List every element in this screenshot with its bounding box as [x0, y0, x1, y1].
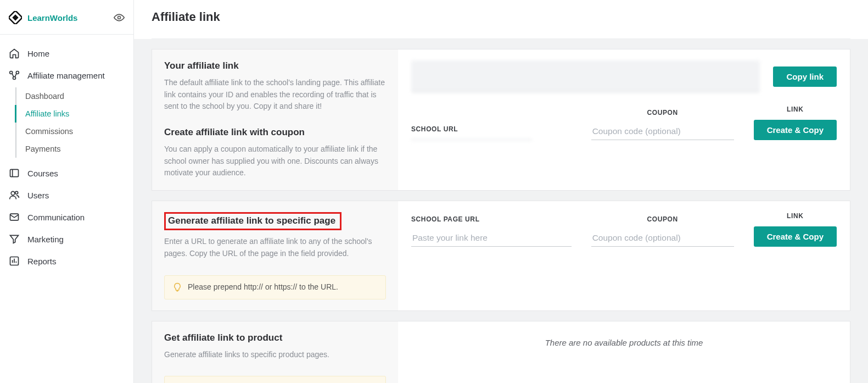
no-products-message: There are no available products at this … [411, 332, 837, 353]
label-coupon: COUPON [591, 109, 734, 116]
nav-label: Reports [27, 257, 57, 266]
card-your-affiliate-link: Your affiliate link The default affiliat… [152, 49, 850, 191]
sidebar-header: LearnWorlds [0, 0, 133, 35]
chart-icon [9, 256, 20, 267]
label-link: LINK [787, 212, 803, 220]
funnel-icon [9, 234, 20, 245]
label-school-url: SCHOOL URL [411, 125, 572, 133]
section-title: Your affiliate link [164, 60, 386, 71]
subnav-affiliate-links[interactable]: Affiliate links [15, 105, 133, 123]
highlighted-title-box: Generate affiliate link to specific page [164, 212, 341, 230]
brand-name: LearnWorlds [27, 13, 77, 23]
nav-courses[interactable]: Courses [0, 162, 133, 184]
tip-box: Please prepend http:// or https:// to th… [164, 275, 386, 299]
nav-reports[interactable]: Reports [0, 250, 133, 272]
nav-home[interactable]: Home [0, 42, 133, 64]
svg-point-2 [118, 16, 121, 19]
main-content: Affiliate link Your affiliate link The d… [134, 0, 868, 383]
logo-icon [9, 11, 22, 24]
card-product-link: Get affiliate link to product Generate a… [152, 321, 850, 384]
create-copy-button-2[interactable]: Create & Copy [754, 226, 837, 247]
tip-box: You can apply a coupon to your affiliate… [164, 376, 386, 383]
sub-nav: Dashboard Affiliate links Commissions Pa… [0, 86, 133, 162]
home-icon [9, 48, 20, 59]
label-page-url: SCHOOL PAGE URL [411, 215, 572, 223]
school-url-redacted [411, 140, 532, 140]
users-icon [9, 190, 20, 201]
label-link: LINK [787, 106, 803, 113]
subnav-commissions[interactable]: Commissions [15, 123, 133, 140]
courses-icon [9, 168, 20, 179]
section-desc: You can apply a coupon automatically to … [164, 143, 386, 179]
nav-label: Courses [27, 169, 58, 178]
nav-label: Communication [27, 213, 85, 222]
label-coupon: COUPON [591, 215, 734, 223]
lightbulb-icon [172, 282, 182, 292]
section-desc: Enter a URL to generate an affiliate lin… [164, 236, 386, 259]
section-desc: Generate affiliate links to specific pro… [164, 349, 386, 361]
svg-point-7 [11, 191, 15, 195]
svg-rect-1 [12, 14, 18, 20]
section-desc: The default affiliate link to the school… [164, 77, 386, 113]
svg-rect-6 [10, 169, 19, 176]
mail-icon [9, 212, 20, 223]
section-title: Get affiliate link to product [164, 332, 386, 343]
nav-label: Home [27, 49, 49, 58]
affiliate-link-redacted [411, 60, 760, 92]
affiliate-icon [9, 70, 20, 81]
subnav-dashboard[interactable]: Dashboard [15, 87, 133, 105]
nav-label: Affiliate management [27, 71, 105, 80]
sidebar: LearnWorlds Home Affiliate management Da… [0, 0, 134, 383]
tip-text: Please prepend http:// or https:// to th… [188, 282, 338, 291]
subnav-payments[interactable]: Payments [15, 140, 133, 158]
nav-affiliate-management[interactable]: Affiliate management [0, 64, 133, 86]
nav-label: Users [27, 191, 49, 200]
nav-marketing[interactable]: Marketing [0, 228, 133, 250]
create-copy-button[interactable]: Create & Copy [754, 120, 837, 140]
page-url-input[interactable] [411, 230, 572, 247]
nav-communication[interactable]: Communication [0, 206, 133, 228]
sidebar-nav: Home Affiliate management Dashboard Affi… [0, 35, 133, 280]
section-title: Generate affiliate link to specific page [168, 215, 335, 226]
section-title: Create affiliate link with coupon [164, 127, 386, 138]
coupon-input[interactable] [591, 123, 734, 140]
nav-users[interactable]: Users [0, 184, 133, 206]
page-title: Affiliate link [152, 0, 850, 39]
card-generate-specific-page: Generate affiliate link to specific page… [152, 201, 850, 310]
preview-icon[interactable] [114, 12, 125, 23]
svg-point-8 [15, 191, 18, 194]
nav-label: Marketing [27, 235, 64, 244]
coupon-input-2[interactable] [591, 230, 734, 247]
copy-link-button[interactable]: Copy link [773, 66, 837, 87]
